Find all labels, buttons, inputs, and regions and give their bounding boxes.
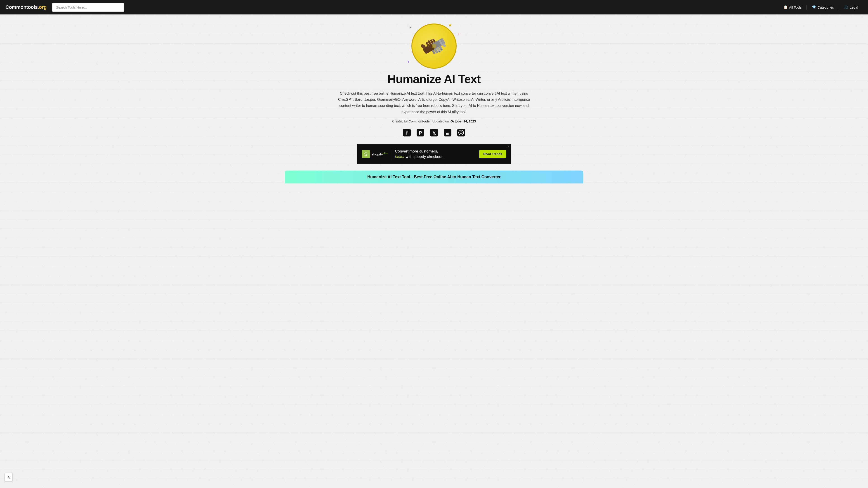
hero-icon-container: ✦ ★ ✦ ✦ [411,24,457,69]
social-whatsapp[interactable] [456,128,466,138]
scroll-top-icon: ∧ [7,475,10,480]
search-container [52,3,124,12]
all-tools-label: All Tools [789,5,802,9]
ad-logo-suffix: plus [383,152,388,155]
social-linkedin[interactable]: in [442,128,453,138]
svg-point-18 [432,44,436,48]
sparkle-1: ✦ [409,26,412,29]
ad-cta-button[interactable]: Read Trends [479,150,506,158]
meta-brand: Commontools [408,120,430,123]
all-tools-icon: 📋 [783,5,788,9]
meta-info: Created by Commontools | Updated on: Oct… [392,120,476,123]
site-header: Commontools.org 📋 All Tools | 💎 Categori… [0,0,868,14]
ad-logo-name: shopify [372,152,383,156]
shopify-logo-icon: S [362,150,370,158]
tool-section-title: Humanize AI Text Tool - Best Free Online… [367,175,501,179]
main-nav: 📋 All Tools | 💎 Categories | ⚖️ Legal [779,5,863,9]
meta-date: October 24, 2023 [451,120,476,123]
nav-legal[interactable]: ⚖️ Legal [839,5,863,9]
hero-icon-bg [411,24,457,69]
social-facebook[interactable]: f [402,128,412,138]
ad-headline-part1: Convert more customers, [395,149,438,153]
tool-section-bar: Humanize AI Text Tool - Best Free Online… [285,170,583,184]
page-title: Humanize AI Text [388,72,480,86]
ad-logo: S shopifyplus [362,150,388,158]
ad-banner: ✕ S shopifyplus Convert more customers, … [357,144,511,164]
site-logo[interactable]: Commontools.org [5,4,46,10]
meta-created: Created by [392,120,408,123]
svg-text:S: S [364,151,368,157]
sparkle-2: ★ [448,22,452,28]
nav-all-tools[interactable]: 📋 All Tools [779,5,806,9]
ad-content: Convert more customers, faster with spee… [395,149,475,160]
categories-label: Categories [817,5,834,9]
ad-logo-text: shopifyplus [372,152,388,156]
svg-text:f: f [406,130,408,136]
search-input[interactable] [52,3,124,12]
legal-label: Legal [850,5,858,9]
hero-illustration [418,30,450,62]
categories-icon: 💎 [812,5,816,9]
meta-separator: | Updated on: [431,120,451,123]
sparkle-3: ✦ [407,60,410,64]
logo-text: Commontools.org [5,4,46,10]
svg-text:in: in [446,131,449,135]
logo-highlight: .org [37,4,46,10]
social-twitter[interactable]: 𝕏 [429,128,439,138]
scroll-top-button[interactable]: ∧ [4,473,13,481]
ad-close-button[interactable]: ✕ [507,145,509,148]
svg-text:𝕏: 𝕏 [432,131,436,135]
social-icons: f P 𝕏 in [402,128,466,138]
social-pinterest[interactable]: P [415,128,426,138]
tool-section-container: Humanize AI Text Tool - Best Free Online… [285,170,583,184]
ad-headline-highlight: faster [395,155,405,159]
legal-icon: ⚖️ [844,5,848,9]
svg-text:P: P [419,130,422,136]
logo-main: Commontools [5,4,37,10]
nav-categories[interactable]: 💎 Categories [807,5,839,9]
ad-headline-part2: with speedy checkout. [405,155,443,159]
main-content: ✦ ★ ✦ ✦ [0,14,868,184]
page-description: Check out this best free online Humanize… [332,90,536,115]
sparkle-4: ✦ [458,33,460,36]
